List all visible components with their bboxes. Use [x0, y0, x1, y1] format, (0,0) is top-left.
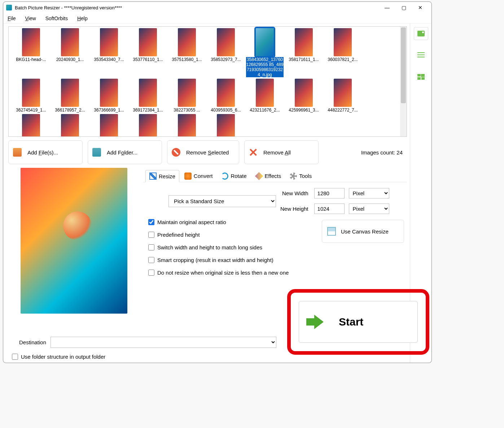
thumbnail-item[interactable] — [167, 114, 206, 136]
view-large-icons-button[interactable] — [414, 27, 428, 40]
preview-pane — [8, 168, 140, 332]
thumbnail-image — [22, 79, 40, 107]
menu-file[interactable]: File — [6, 15, 17, 22]
height-unit-select[interactable]: Pixel — [349, 204, 389, 214]
thumbnail-item[interactable]: 382273055 ... — [167, 79, 206, 113]
menu-softorbits[interactable]: SoftOrbits — [44, 15, 69, 22]
action-row: Add File(s)... Add Folder... Remove Sele… — [8, 137, 407, 168]
thumbnail-caption: 367366699_1... — [94, 108, 124, 113]
app-icon — [6, 5, 12, 10]
grid-icon — [417, 74, 425, 80]
thumbnail-caption: 423211676_2... — [250, 108, 280, 113]
thumbnail-item[interactable]: 403959305_6... — [206, 79, 245, 113]
new-width-label: New Width — [280, 190, 310, 196]
tab-convert[interactable]: Convert — [181, 170, 216, 182]
thumbnail-item[interactable]: 425996961_3... — [284, 79, 323, 113]
thumbnail-image — [139, 114, 157, 136]
width-unit-select[interactable]: Pixel — [349, 188, 389, 198]
minimize-button[interactable]: — — [379, 2, 395, 13]
thumbnail-caption: 357513580_1... — [172, 57, 202, 62]
menu-view[interactable]: View — [24, 15, 38, 22]
maximize-button[interactable]: ▢ — [395, 2, 412, 13]
view-list-button[interactable] — [414, 49, 428, 62]
remove-all-button[interactable]: Remove All — [244, 140, 319, 164]
thumbnail-image — [61, 28, 79, 56]
destination-select[interactable] — [51, 337, 276, 348]
new-width-input[interactable] — [314, 188, 345, 198]
thumbnail-item[interactable]: 366178957_2... — [51, 79, 89, 113]
thumbnail-item[interactable]: 358430652_13760126829555 85_489719305986… — [245, 28, 284, 77]
thumbnail-image — [139, 28, 157, 56]
thumbnail-caption: 362745419_1... — [16, 108, 46, 113]
thumbnail-image — [178, 28, 196, 56]
add-folder-button[interactable]: Add Folder... — [88, 140, 162, 164]
effects-icon — [255, 172, 263, 180]
thumbnail-item[interactable] — [89, 114, 128, 136]
images-count: Images count: 24 — [361, 149, 403, 156]
thumbnail-item[interactable]: 369172384_1... — [128, 79, 167, 113]
thumbnail-item[interactable]: 367366699_1... — [89, 79, 128, 113]
tab-row: Resize Convert Rotate Effects Tools — [143, 168, 407, 182]
convert-icon — [184, 172, 192, 180]
thumbnail-image — [100, 28, 118, 56]
thumbnail-item[interactable]: 353543340_7... — [89, 28, 128, 77]
canvas-resize-button[interactable]: Use Canvas Resize — [322, 220, 404, 243]
rotate-icon — [221, 172, 228, 180]
thumbnail-image — [295, 28, 313, 56]
thumbnail-item[interactable] — [206, 114, 245, 136]
thumbnail-item[interactable]: 358171611_1... — [284, 28, 323, 77]
add-files-button[interactable]: Add File(s)... — [8, 140, 83, 164]
thumbnail-item[interactable]: 448828477_4... — [12, 114, 51, 136]
thumbnail-image — [217, 114, 235, 136]
thumbnail-item[interactable]: 423211676_2... — [245, 79, 284, 113]
new-height-input[interactable] — [314, 204, 345, 214]
thumbnail-item[interactable]: 358532973_7... — [206, 28, 245, 77]
thumbnail-image — [22, 114, 40, 136]
thumbnail-caption: 358171611_1... — [289, 57, 319, 62]
thumbnail-caption: 369172384_1... — [133, 108, 163, 113]
new-height-label: New Height — [280, 206, 310, 212]
switch-long-sides-checkbox[interactable]: Switch width and height to match long si… — [148, 244, 407, 250]
thumbnail-item[interactable]: BKG11-head-... — [12, 28, 51, 77]
thumbnail-image — [178, 114, 196, 136]
thumbnail-caption: 20240930_1... — [56, 57, 84, 62]
tab-rotate[interactable]: Rotate — [218, 170, 250, 182]
thumbnail-item[interactable]: 357513580_1... — [167, 28, 206, 77]
thumbnail-item[interactable]: 362745419_1... — [12, 79, 51, 113]
thumbnail-item[interactable]: 448222772_7... — [323, 79, 362, 113]
no-upscale-checkbox[interactable]: Do not resize when original size is less… — [148, 270, 407, 276]
thumbnail-image — [334, 79, 352, 107]
thumbnail-image — [256, 79, 274, 107]
resize-icon — [149, 172, 157, 180]
tab-tools[interactable]: Tools — [286, 170, 315, 182]
add-files-icon — [13, 148, 22, 157]
start-highlight: Start — [287, 289, 429, 355]
thumbnail-item[interactable]: 456032691_1... — [51, 114, 89, 136]
scrollbar-handle[interactable] — [401, 27, 406, 103]
menu-help[interactable]: Help — [76, 15, 89, 22]
list-icon — [417, 52, 425, 58]
smart-cropping-checkbox[interactable]: Smart cropping (result in exact width an… — [148, 257, 407, 263]
thumbnail-image — [295, 79, 313, 107]
thumbnail-image — [334, 28, 352, 56]
thumbnail-image — [217, 28, 235, 56]
thumbnail-caption: 353543340_7... — [94, 57, 124, 62]
thumbnail-item[interactable] — [128, 114, 167, 136]
standard-size-select[interactable]: Pick a Standard Size — [168, 195, 276, 207]
view-grid-button[interactable] — [414, 70, 428, 83]
tab-resize[interactable]: Resize — [145, 170, 179, 182]
thumbnail-panel: BKG11-head-...20240930_1...353543340_7..… — [8, 26, 407, 137]
thumbnail-item[interactable]: 360037821_2... — [323, 28, 362, 77]
start-button[interactable]: Start — [299, 301, 418, 343]
remove-selected-button[interactable]: Remove Selected — [167, 140, 239, 164]
thumbnail-grid[interactable]: BKG11-head-...20240930_1...353543340_7..… — [9, 27, 400, 136]
app-window: Batch Picture Resizer - ****Unregistered… — [3, 1, 432, 363]
close-button[interactable]: ✕ — [412, 2, 429, 13]
thumbnail-caption: 425996961_3... — [289, 108, 319, 113]
thumbs-scrollbar[interactable] — [400, 27, 407, 136]
tab-effects[interactable]: Effects — [252, 170, 285, 182]
thumbnail-item[interactable]: 353776110_1... — [128, 28, 167, 77]
thumbnail-caption: 382273055 ... — [174, 108, 200, 113]
remove-all-icon — [249, 148, 258, 157]
thumbnail-item[interactable]: 20240930_1... — [51, 28, 89, 77]
